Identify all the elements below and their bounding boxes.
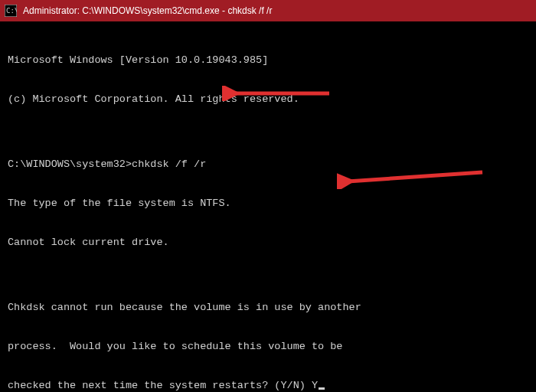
output-line: Chkdsk cannot run because the volume is …: [8, 301, 528, 314]
output-line: checked the next time the system restart…: [8, 380, 312, 391]
window-title: Administrator: C:\WINDOWS\system32\cmd.e…: [23, 5, 272, 16]
command-line: C:\WINDOWS\system32>chkdsk /f /r: [8, 158, 528, 171]
output-line: process. Would you like to schedule this…: [8, 340, 528, 353]
titlebar[interactable]: C:\ Administrator: C:\WINDOWS\system32\c…: [0, 0, 536, 21]
cursor: [319, 387, 325, 390]
input-line: checked the next time the system restart…: [8, 379, 528, 392]
svg-line-5: [348, 172, 482, 181]
output-line: Cannot lock current drive.: [8, 236, 528, 249]
cmd-window: C:\ Administrator: C:\WINDOWS\system32\c…: [0, 0, 536, 392]
user-input: Y: [312, 380, 318, 391]
typed-command: chkdsk /f /r: [132, 158, 206, 170]
output-line: Microsoft Windows [Version 10.0.19043.98…: [8, 54, 528, 67]
cmd-icon: C:\: [5, 5, 17, 17]
svg-text:C:\: C:\: [6, 7, 17, 15]
output-line: (c) Microsoft Corporation. All rights re…: [8, 93, 528, 106]
terminal-output[interactable]: Microsoft Windows [Version 10.0.19043.98…: [0, 21, 536, 392]
prompt: C:\WINDOWS\system32>: [8, 158, 132, 170]
output-line: The type of the file system is NTFS.: [8, 197, 528, 210]
